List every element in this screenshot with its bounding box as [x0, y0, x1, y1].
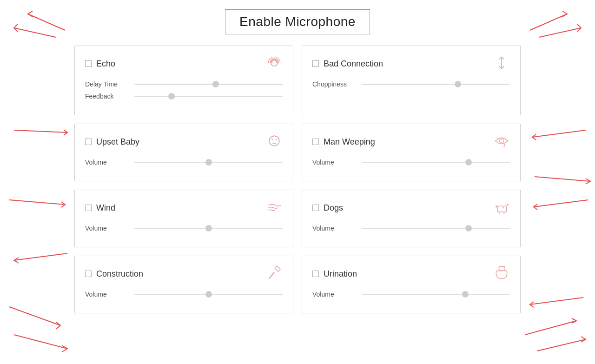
slider-track[interactable]	[134, 96, 283, 97]
slider-label: Volume	[312, 225, 354, 232]
card-upset-baby: Upset Baby Volume	[74, 124, 293, 181]
card-title-urination: Urination	[324, 269, 357, 279]
card-title-row: Man Weeping	[312, 137, 375, 147]
card-icon-arrows-ud	[493, 54, 510, 73]
card-title-row: Dogs	[312, 203, 343, 213]
card-checkbox-echo[interactable]	[85, 60, 92, 67]
slider-track[interactable]	[134, 84, 283, 85]
slider-row-volume: Volume	[312, 159, 510, 166]
slider-label: Choppiness	[312, 80, 354, 88]
card-title-row: Construction	[85, 269, 143, 279]
card-dogs: Dogs Volume	[302, 190, 521, 247]
slider-label: Volume	[85, 159, 127, 166]
slider-row-feedback: Feedback	[85, 93, 283, 100]
card-header: Man Weeping	[312, 132, 510, 151]
slider-row-volume: Volume	[312, 225, 510, 232]
slider-thumb[interactable]	[168, 93, 175, 99]
card-icon-dog	[493, 199, 510, 217]
slider-thumb[interactable]	[205, 225, 212, 232]
card-header: Dogs	[312, 199, 510, 217]
card-title-row: Echo	[85, 59, 115, 69]
card-construction: Construction Volume	[74, 256, 293, 313]
card-icon-wind	[266, 199, 283, 217]
slider-row-volume: Volume	[312, 291, 510, 298]
slider-thumb[interactable]	[455, 81, 461, 87]
slider-row-volume: Volume	[85, 291, 283, 298]
svg-line-3	[14, 335, 67, 349]
slider-row-volume: Volume	[85, 159, 283, 166]
card-header: Bad Connection	[312, 54, 510, 73]
slider-thumb[interactable]	[462, 291, 469, 298]
svg-point-17	[269, 136, 279, 146]
card-wind: Wind Volume	[74, 190, 293, 247]
card-checkbox-dogs[interactable]	[312, 205, 319, 211]
card-man-weeping: Man Weeping Volume	[302, 124, 521, 181]
card-title-man-weeping: Man Weeping	[324, 137, 375, 147]
slider-thumb[interactable]	[465, 225, 472, 232]
slider-row-choppiness: Choppiness	[312, 80, 510, 88]
slider-thumb[interactable]	[205, 291, 212, 298]
slider-label: Volume	[312, 159, 354, 166]
card-checkbox-wind[interactable]	[85, 205, 92, 211]
card-icon-hammer	[266, 265, 283, 283]
slider-thumb[interactable]	[212, 81, 219, 87]
card-checkbox-man-weeping[interactable]	[312, 139, 319, 145]
slider-label: Feedback	[85, 93, 127, 100]
slider-track[interactable]	[362, 228, 510, 229]
card-checkbox-urination[interactable]	[312, 271, 319, 277]
slider-track[interactable]	[134, 228, 283, 229]
card-icon-eye-tear	[493, 132, 510, 151]
card-bad-connection: Bad Connection Choppiness	[302, 46, 521, 115]
slider-track[interactable]	[362, 84, 510, 85]
card-title-bad-connection: Bad Connection	[324, 59, 383, 69]
slider-track[interactable]	[362, 162, 510, 163]
svg-point-18	[271, 139, 273, 140]
card-title-row: Wind	[85, 203, 115, 213]
svg-line-13	[525, 321, 576, 335]
slider-row-delay-time: Delay Time	[85, 80, 283, 88]
slider-thumb[interactable]	[465, 159, 472, 165]
card-title-upset-baby: Upset Baby	[96, 137, 139, 147]
card-icon-echo	[266, 54, 283, 73]
slider-track[interactable]	[134, 162, 283, 163]
card-title-row: Bad Connection	[312, 59, 383, 69]
card-title-dogs: Dogs	[324, 203, 343, 213]
slider-thumb[interactable]	[205, 159, 212, 165]
card-header: Urination	[312, 265, 510, 283]
slider-label: Volume	[85, 225, 127, 232]
card-echo: Echo Delay Time Feedback	[74, 46, 293, 115]
slider-row-volume: Volume	[85, 225, 283, 232]
card-checkbox-upset-baby[interactable]	[85, 139, 92, 145]
card-title-row: Upset Baby	[85, 137, 139, 147]
card-title-wind: Wind	[96, 203, 115, 213]
effects-grid: Echo Delay Time Feedback Ba	[74, 46, 521, 313]
slider-label: Volume	[85, 291, 127, 298]
slider-track[interactable]	[134, 294, 283, 295]
card-title-construction: Construction	[96, 269, 143, 279]
card-title-row: Urination	[312, 269, 357, 279]
slider-label: Delay Time	[85, 80, 127, 88]
slider-track[interactable]	[362, 294, 510, 295]
svg-rect-22	[497, 206, 507, 212]
card-icon-baby	[266, 132, 283, 151]
page-title: Enable Microphone	[225, 9, 370, 34]
svg-point-19	[276, 139, 277, 140]
card-checkbox-construction[interactable]	[85, 271, 92, 277]
svg-line-27	[269, 272, 274, 278]
svg-point-21	[503, 146, 505, 147]
card-header: Upset Baby	[85, 132, 283, 151]
svg-point-20	[500, 139, 504, 143]
card-checkbox-bad-connection[interactable]	[312, 60, 319, 67]
card-header: Wind	[85, 199, 283, 217]
card-urination: Urination Volume	[302, 256, 521, 313]
svg-point-25	[502, 207, 504, 208]
svg-rect-26	[275, 266, 281, 272]
card-icon-toilet	[493, 265, 510, 283]
svg-line-14	[537, 339, 586, 351]
card-header: Construction	[85, 265, 283, 283]
card-header: Echo	[85, 54, 283, 73]
slider-label: Volume	[312, 291, 354, 298]
card-title-echo: Echo	[96, 59, 115, 69]
